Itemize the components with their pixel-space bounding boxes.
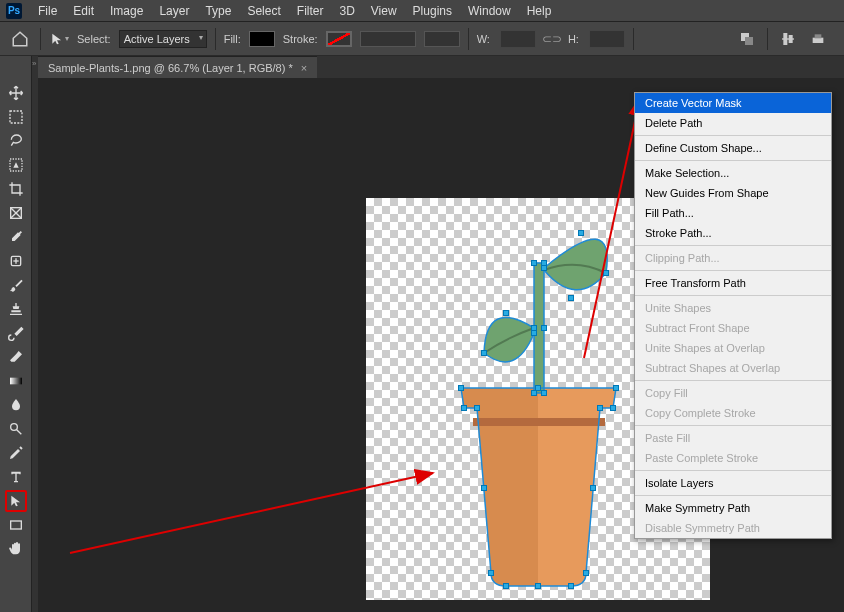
- path-anchor-point[interactable]: [458, 385, 464, 391]
- menu-edit[interactable]: Edit: [65, 4, 102, 18]
- context-menu-item: Paste Fill: [635, 428, 831, 448]
- menu-image[interactable]: Image: [102, 4, 151, 18]
- menu-type[interactable]: Type: [197, 4, 239, 18]
- context-menu-item[interactable]: Free Transform Path: [635, 273, 831, 293]
- history-brush-tool[interactable]: [5, 322, 27, 344]
- path-anchor-point[interactable]: [578, 230, 584, 236]
- context-menu-item: Unite Shapes: [635, 298, 831, 318]
- blur-tool[interactable]: [5, 394, 27, 416]
- path-anchor-point[interactable]: [613, 385, 619, 391]
- path-anchor-point[interactable]: [590, 485, 596, 491]
- context-menu-item[interactable]: Make Symmetry Path: [635, 498, 831, 518]
- path-anchor-point[interactable]: [481, 485, 487, 491]
- path-anchor-point[interactable]: [488, 570, 494, 576]
- type-tool[interactable]: [5, 466, 27, 488]
- path-anchor-point[interactable]: [503, 583, 509, 589]
- document-tab-title: Sample-Plants-1.png @ 66.7% (Layer 1, RG…: [48, 62, 293, 74]
- marquee-tool[interactable]: [5, 106, 27, 128]
- dodge-tool[interactable]: [5, 418, 27, 440]
- menu-plugins[interactable]: Plugins: [405, 4, 460, 18]
- fill-label: Fill:: [224, 33, 241, 45]
- fill-swatch[interactable]: [249, 31, 275, 47]
- path-anchor-point[interactable]: [597, 405, 603, 411]
- app-logo: Ps: [6, 3, 22, 19]
- separator: [40, 28, 41, 50]
- path-anchor-point[interactable]: [461, 405, 467, 411]
- context-menu-item[interactable]: Fill Path...: [635, 203, 831, 223]
- path-anchor-point[interactable]: [541, 390, 547, 396]
- menu-file[interactable]: File: [30, 4, 65, 18]
- link-wh-icon[interactable]: ⊂⊃: [544, 31, 560, 47]
- svg-rect-3: [784, 33, 787, 44]
- stroke-swatch[interactable]: [326, 31, 352, 47]
- clone-stamp-tool[interactable]: [5, 298, 27, 320]
- context-menu-separator: [635, 295, 831, 296]
- healing-brush-tool[interactable]: [5, 250, 27, 272]
- menu-filter[interactable]: Filter: [289, 4, 332, 18]
- height-field[interactable]: [589, 30, 625, 48]
- context-menu-item[interactable]: Define Custom Shape...: [635, 138, 831, 158]
- path-alignment-icon[interactable]: [778, 29, 798, 49]
- stroke-style-dropdown[interactable]: [424, 31, 460, 47]
- path-anchor-point[interactable]: [531, 260, 537, 266]
- object-selection-tool[interactable]: [5, 154, 27, 176]
- svg-rect-15: [10, 378, 22, 385]
- menu-3d[interactable]: 3D: [331, 4, 362, 18]
- path-anchor-point[interactable]: [531, 390, 537, 396]
- menu-help[interactable]: Help: [519, 4, 560, 18]
- hand-tool[interactable]: [5, 538, 27, 560]
- context-menu-item[interactable]: Isolate Layers: [635, 473, 831, 493]
- path-arrangement-icon[interactable]: [808, 29, 828, 49]
- context-menu-separator: [635, 380, 831, 381]
- move-tool[interactable]: [5, 82, 27, 104]
- path-anchor-point[interactable]: [583, 570, 589, 576]
- path-anchor-point[interactable]: [481, 350, 487, 356]
- close-tab-icon[interactable]: ×: [301, 62, 307, 74]
- menu-select[interactable]: Select: [239, 4, 288, 18]
- menu-window[interactable]: Window: [460, 4, 519, 18]
- context-menu-item[interactable]: New Guides From Shape: [635, 183, 831, 203]
- height-label: H:: [568, 33, 579, 45]
- path-anchor-point[interactable]: [568, 583, 574, 589]
- path-anchor-point[interactable]: [535, 583, 541, 589]
- gradient-tool[interactable]: [5, 370, 27, 392]
- path-anchor-point[interactable]: [603, 270, 609, 276]
- context-menu-item[interactable]: Delete Path: [635, 113, 831, 133]
- path-operations-icon[interactable]: [737, 29, 757, 49]
- context-menu-separator: [635, 470, 831, 471]
- context-menu-item[interactable]: Stroke Path...: [635, 223, 831, 243]
- brush-tool[interactable]: [5, 274, 27, 296]
- select-mode-dropdown[interactable]: Active Layers ▾: [119, 30, 207, 48]
- menubar: Ps FileEditImageLayerTypeSelectFilter3DV…: [0, 0, 844, 22]
- eraser-tool[interactable]: [5, 346, 27, 368]
- document-tabs: Sample-Plants-1.png @ 66.7% (Layer 1, RG…: [38, 56, 844, 78]
- context-menu-item: Clipping Path...: [635, 248, 831, 268]
- lasso-tool[interactable]: [5, 130, 27, 152]
- path-anchor-point[interactable]: [610, 405, 616, 411]
- rectangle-tool[interactable]: [5, 514, 27, 536]
- path-selection-tool[interactable]: [5, 490, 27, 512]
- context-menu-item[interactable]: Make Selection...: [635, 163, 831, 183]
- pen-tool[interactable]: [5, 442, 27, 464]
- frame-tool[interactable]: [5, 202, 27, 224]
- svg-line-17: [16, 430, 21, 435]
- path-anchor-point[interactable]: [474, 405, 480, 411]
- eyedropper-tool[interactable]: [5, 226, 27, 248]
- context-menu-separator: [635, 270, 831, 271]
- path-anchor-point[interactable]: [568, 295, 574, 301]
- path-anchor-point[interactable]: [503, 310, 509, 316]
- context-menu-separator: [635, 245, 831, 246]
- path-anchor-point[interactable]: [531, 330, 537, 336]
- menu-view[interactable]: View: [363, 4, 405, 18]
- home-icon[interactable]: [8, 27, 32, 51]
- path-anchor-point[interactable]: [541, 325, 547, 331]
- width-field[interactable]: [500, 30, 536, 48]
- context-menu-item[interactable]: Create Vector Mask: [635, 93, 831, 113]
- select-label: Select:: [77, 33, 111, 45]
- context-menu-item: Subtract Shapes at Overlap: [635, 358, 831, 378]
- stroke-width-field[interactable]: [360, 31, 416, 47]
- path-anchor-point[interactable]: [541, 265, 547, 271]
- document-tab[interactable]: Sample-Plants-1.png @ 66.7% (Layer 1, RG…: [38, 56, 317, 78]
- menu-layer[interactable]: Layer: [151, 4, 197, 18]
- crop-tool[interactable]: [5, 178, 27, 200]
